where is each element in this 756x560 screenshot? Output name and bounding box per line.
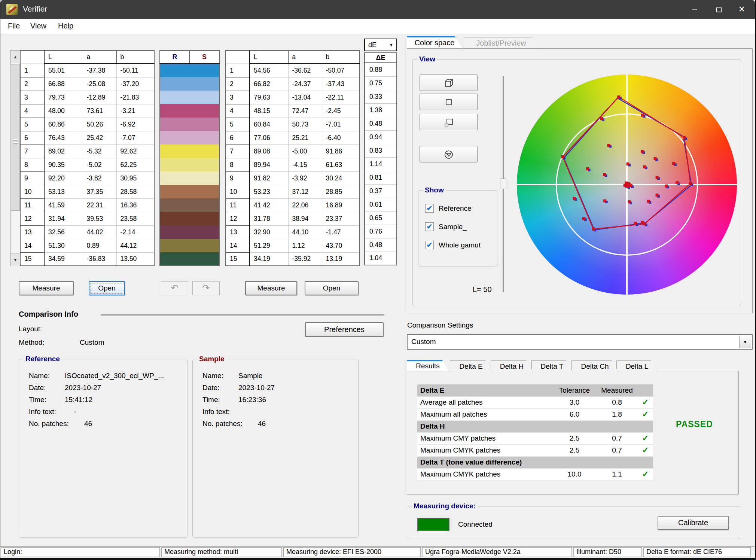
sample-table-row[interactable]: 677.0625.21-6.40 <box>226 131 360 144</box>
sample-swatch[interactable] <box>190 118 220 131</box>
tab-delta-l[interactable]: Delta L <box>616 360 658 372</box>
reference-table-row[interactable]: 560.8650.26-6.92 <box>20 118 154 131</box>
tab-results[interactable]: Results <box>407 360 449 371</box>
view-3d-button[interactable] <box>420 74 478 91</box>
reference-swatch[interactable] <box>160 252 190 266</box>
sample-table-row[interactable]: 379.63-13.04-22.11 <box>226 91 360 104</box>
checkbox-whole-gamut[interactable]: ✔ <box>425 241 434 249</box>
sample-swatch[interactable] <box>190 212 220 225</box>
reference-table-row[interactable]: 676.4325.42-7.07 <box>20 131 154 144</box>
sample-table-row[interactable]: 266.82-24.37-37.43 <box>226 77 360 91</box>
sample-table-row[interactable]: 1534.19-35.9213.19 <box>226 252 360 266</box>
tab-delta-t[interactable]: Delta T <box>531 360 573 372</box>
preferences-button[interactable]: Preferences <box>305 322 384 337</box>
tab-delta-h[interactable]: Delta H <box>491 360 533 372</box>
reference-table-row[interactable]: 992.20-3.8230.95 <box>20 171 154 185</box>
redo-button[interactable]: ↷ <box>192 281 220 295</box>
tab-color-space[interactable]: Color space <box>407 36 462 48</box>
sample-table-row[interactable]: 448.1572.47-2.45 <box>226 104 360 118</box>
swatch-row[interactable] <box>160 118 219 131</box>
swatch-row[interactable] <box>160 198 219 212</box>
swatch-row[interactable] <box>160 185 219 198</box>
menu-help[interactable]: Help <box>58 22 73 30</box>
sample-swatch[interactable] <box>190 239 220 252</box>
sample-table-row[interactable]: 991.82-3.9230.24 <box>226 171 360 185</box>
sample-table-row[interactable]: 1332.9044.10-1.47 <box>226 225 360 239</box>
reference-swatch[interactable] <box>160 212 190 225</box>
sample-swatch[interactable] <box>190 185 220 198</box>
chevron-down-icon[interactable]: ▼ <box>739 336 751 348</box>
sample-swatch[interactable] <box>190 225 220 239</box>
reference-table-row[interactable]: 1332.5644.02-2.14 <box>20 225 154 239</box>
reference-swatch[interactable] <box>160 144 190 158</box>
sample-swatch[interactable] <box>190 131 220 144</box>
sample-swatch[interactable] <box>190 77 220 91</box>
reference-table-row[interactable]: 789.02-5.3292.62 <box>20 144 154 158</box>
view-layers-button[interactable] <box>420 114 478 130</box>
swatch-row[interactable] <box>160 91 219 104</box>
swatch-row[interactable] <box>160 225 219 239</box>
sample-table-row[interactable]: 1053.2337.1228.85 <box>226 185 360 198</box>
measure-sample-button[interactable]: Measure <box>245 281 297 295</box>
show-option-sample_[interactable]: ✔Sample_ <box>425 222 467 232</box>
swatch-row[interactable] <box>160 104 219 118</box>
scrollbar-thumb[interactable] <box>11 64 20 211</box>
delta-e-format-dropdown[interactable]: dE ▼ <box>364 39 397 51</box>
sample-swatch[interactable] <box>190 171 220 185</box>
scroll-down-icon[interactable]: ▼ <box>10 253 20 266</box>
show-option-whole-gamut[interactable]: ✔Whole gamut <box>425 241 481 250</box>
open-reference-button[interactable]: Open <box>89 281 125 295</box>
sample-table-row[interactable]: 1231.7838.9423.37 <box>226 212 360 225</box>
scroll-up-icon[interactable]: ▲ <box>10 51 20 63</box>
measure-reference-button[interactable]: Measure <box>19 281 74 295</box>
reference-table-row[interactable]: 1534.59-36.8313.50 <box>20 252 154 266</box>
comparison-settings-select[interactable]: Custom ▼ <box>407 334 753 350</box>
swatch-row[interactable] <box>160 212 219 225</box>
reference-swatch[interactable] <box>160 198 190 212</box>
reference-table-row[interactable]: 448.0073.61-3.21 <box>20 104 154 118</box>
reference-table-row[interactable]: 1141.5922.3116.36 <box>20 198 154 212</box>
swatch-row[interactable] <box>160 239 219 252</box>
swatch-row[interactable] <box>160 64 219 77</box>
tab-delta-ch[interactable]: Delta Ch <box>571 360 618 372</box>
minimize-button[interactable]: – <box>683 0 706 19</box>
swatch-row[interactable] <box>160 144 219 158</box>
swatch-row[interactable] <box>160 77 219 91</box>
sample-table-row[interactable]: 889.94-4.1561.63 <box>226 158 360 171</box>
maximize-button[interactable] <box>707 0 730 19</box>
patch-list-scrollbar[interactable]: ▲ ▼ <box>10 50 21 266</box>
reference-table-row[interactable]: 1053.1337.3528.58 <box>20 185 154 198</box>
view-2d-button[interactable] <box>420 94 478 110</box>
reference-swatch[interactable] <box>160 77 190 91</box>
sample-table-row[interactable]: 1141.4222.0616.89 <box>226 198 360 212</box>
reference-table-row[interactable]: 155.01-37.38-50.11 <box>20 64 154 77</box>
reference-swatch[interactable] <box>160 225 190 239</box>
sample-swatch[interactable] <box>190 252 220 266</box>
reference-swatch[interactable] <box>160 239 190 252</box>
reference-swatch[interactable] <box>160 171 190 185</box>
l-slider-thumb[interactable] <box>500 179 506 189</box>
calibrate-button[interactable]: Calibrate <box>658 516 729 530</box>
sample-table-row[interactable]: 154.56-36.62-50.07 <box>226 64 360 77</box>
checkbox-sample_[interactable]: ✔ <box>425 222 434 231</box>
reference-table-row[interactable]: 1231.9439.5323.58 <box>20 212 154 225</box>
sample-swatch[interactable] <box>190 198 220 212</box>
sample-swatch[interactable] <box>190 64 220 77</box>
reference-swatch[interactable] <box>160 131 190 144</box>
reference-swatch[interactable] <box>160 64 190 77</box>
reference-swatch[interactable] <box>160 185 190 198</box>
swatch-row[interactable] <box>160 158 219 171</box>
swatch-row[interactable] <box>160 171 219 185</box>
sample-table-row[interactable]: 1451.291.1243.70 <box>226 239 360 252</box>
reference-swatch[interactable] <box>160 104 190 118</box>
sample-swatch[interactable] <box>190 91 220 104</box>
view-gamut-button[interactable] <box>420 146 478 162</box>
undo-button[interactable]: ↶ <box>161 281 188 295</box>
reference-table-row[interactable]: 1451.300.8944.12 <box>20 239 154 252</box>
sample-swatch[interactable] <box>190 104 220 118</box>
reference-table-row[interactable]: 266.88-25.08-37.20 <box>20 77 154 91</box>
menu-view[interactable]: View <box>30 22 46 30</box>
sample-table-row[interactable]: 789.08-5.0091.86 <box>226 144 360 158</box>
checkbox-reference[interactable]: ✔ <box>425 204 434 213</box>
swatch-row[interactable] <box>160 252 219 266</box>
